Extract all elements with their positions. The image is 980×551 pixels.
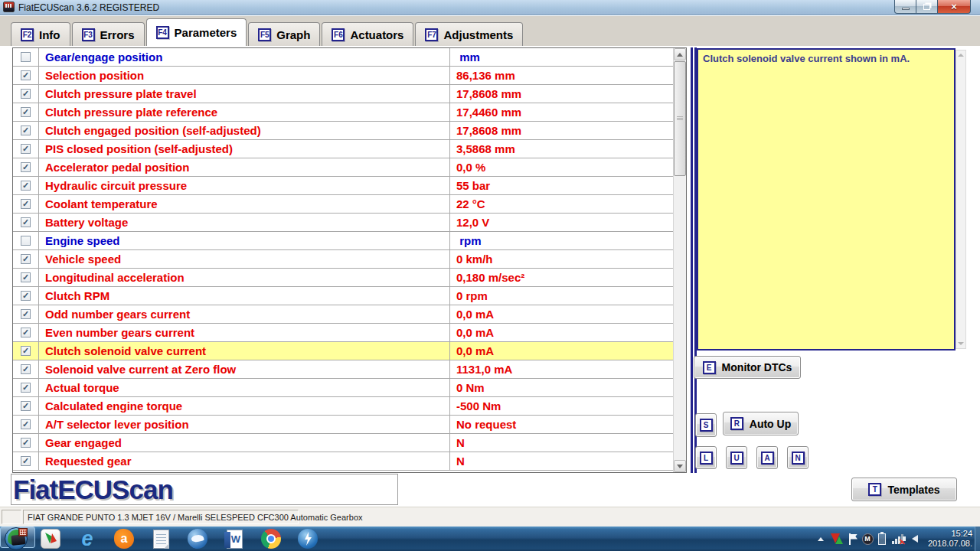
row-checkbox[interactable] <box>21 419 31 429</box>
gear-key-button[interactable]: A <box>756 446 778 469</box>
table-row[interactable]: Longitudinal acceleration 0,180 m/sec² <box>13 269 673 287</box>
table-row[interactable]: Clutch RPM 0 rpm <box>13 287 673 305</box>
table-row[interactable]: Actual torque 0 Nm <box>13 379 673 397</box>
table-row[interactable]: Clutch pressure plate reference 17,4460 … <box>13 103 673 122</box>
checkbox-cell <box>13 195 39 213</box>
row-checkbox[interactable] <box>21 162 31 172</box>
show-hidden-icons-button[interactable] <box>815 528 827 549</box>
parameter-value: 0,0 % <box>450 158 673 176</box>
table-row[interactable]: Battery voltage 12,0 V <box>13 214 673 232</box>
tab[interactable]: F3 Errors <box>72 22 145 46</box>
table-row[interactable]: PIS closed position (self-adjusted) 3,58… <box>13 140 673 158</box>
taskbar-item-thunderbird[interactable] <box>182 528 213 549</box>
table-rows: Gear/engage position mm Selection positi… <box>13 48 673 472</box>
tray-battery[interactable] <box>876 528 888 549</box>
tab[interactable]: F4 Parameters <box>146 18 247 46</box>
daemon-tools-icon <box>298 529 318 549</box>
row-checkbox[interactable] <box>21 199 31 209</box>
table-row[interactable]: Accelerator pedal position 0,0 % <box>13 158 673 177</box>
clock-time: 15:24 <box>919 529 972 539</box>
row-checkbox[interactable] <box>21 346 31 356</box>
maximize-restore-button[interactable] <box>916 0 937 14</box>
parameter-name: Actual torque <box>39 379 450 396</box>
row-checkbox[interactable] <box>21 456 31 466</box>
row-checkbox[interactable] <box>21 70 31 80</box>
function-key-badge: F2 <box>21 28 34 41</box>
auto-up-button[interactable]: R Auto Up <box>723 412 799 435</box>
scroll-up-icon[interactable] <box>674 48 686 60</box>
gear-key-button[interactable]: L <box>695 446 717 469</box>
taskbar-item-idm[interactable] <box>35 528 66 549</box>
parameter-value: 12,0 V <box>450 214 673 231</box>
internet-explorer-icon: e <box>81 529 93 549</box>
thunderbird-icon <box>188 529 207 549</box>
table-row[interactable]: Odd number gears current 0,0 mA <box>13 305 673 324</box>
table-row[interactable]: Requested gear N <box>13 452 673 471</box>
tab[interactable]: F5 Graph <box>248 22 320 46</box>
row-checkbox[interactable] <box>21 217 31 227</box>
row-checkbox[interactable] <box>21 107 31 117</box>
tray-action-center[interactable] <box>847 528 859 549</box>
s-button[interactable]: S <box>695 413 717 437</box>
word-icon: W <box>227 530 243 549</box>
row-checkbox[interactable] <box>21 236 31 246</box>
tray-m-app[interactable]: M <box>861 528 874 549</box>
info-scrollbar[interactable] <box>956 50 966 349</box>
row-checkbox[interactable] <box>21 254 31 264</box>
table-row[interactable]: Coolant temperature 22 °C <box>13 195 673 214</box>
tab[interactable]: F2 Info <box>11 22 70 46</box>
table-row[interactable]: Clutch engaged position (self-adjusted) … <box>13 122 673 140</box>
table-row[interactable]: Even number gears current 0,0 mA <box>13 324 673 342</box>
row-checkbox[interactable] <box>21 144 31 154</box>
row-checkbox[interactable] <box>21 291 31 301</box>
taskbar-item-internet-explorer[interactable]: e <box>72 528 103 549</box>
row-checkbox[interactable] <box>21 401 31 411</box>
row-checkbox[interactable] <box>21 328 31 337</box>
taskbar-item-avast[interactable]: a <box>109 528 139 549</box>
table-row[interactable]: Gear engaged N <box>13 434 673 452</box>
taskbar-item-notepad[interactable] <box>145 528 176 549</box>
templates-button[interactable]: T Templates <box>851 478 957 501</box>
row-checkbox[interactable] <box>21 309 31 319</box>
table-row[interactable]: Solenoid valve current at Zero flow 1131… <box>13 360 673 379</box>
minimize-button[interactable] <box>894 0 916 14</box>
tab-label: Actuators <box>350 28 403 41</box>
table-row[interactable]: Selection position 86,136 mm <box>13 67 673 85</box>
info-scroll-down-icon[interactable] <box>957 340 965 347</box>
taskbar-item-word[interactable]: W <box>219 528 250 549</box>
tab[interactable]: F6 Actuators <box>322 22 413 46</box>
info-scroll-up-icon[interactable] <box>957 51 965 59</box>
scroll-down-icon[interactable] <box>674 460 686 472</box>
monitor-dtcs-button[interactable]: E Monitor DTCs <box>694 356 801 379</box>
row-checkbox[interactable] <box>21 364 31 374</box>
table-scrollbar[interactable] <box>673 48 686 472</box>
table-row[interactable]: Calculated engine torque -500 Nm <box>13 397 673 416</box>
gear-key-button[interactable]: N <box>787 446 808 469</box>
tray-avg[interactable] <box>830 528 844 549</box>
table-row[interactable]: Clutch pressure plate travel 17,8608 mm <box>13 85 673 103</box>
table-row[interactable]: Vehicle speed 0 km/h <box>13 250 673 269</box>
checkbox-cell <box>13 158 39 176</box>
close-button[interactable]: × <box>937 0 971 14</box>
row-checkbox[interactable] <box>21 52 31 62</box>
tab[interactable]: F7 Adjustments <box>415 22 523 46</box>
client-area: Gear/engage position mm Selection positi… <box>0 46 980 507</box>
table-row[interactable]: Engine speed rpm <box>13 232 673 250</box>
row-checkbox[interactable] <box>21 126 31 135</box>
taskbar-clock[interactable]: 15:24 2018.07.08. <box>919 529 972 549</box>
table-row[interactable]: Gear/engage position mm <box>13 48 673 67</box>
table-row[interactable]: Clutch solenoid valve current 0,0 mA <box>13 342 673 360</box>
row-checkbox[interactable] <box>21 438 31 448</box>
row-checkbox[interactable] <box>21 89 31 99</box>
table-row[interactable]: Hydraulic circuit pressure 55 bar <box>13 177 673 195</box>
table-row[interactable]: A/T selector lever position No request <box>13 416 673 434</box>
taskbar: e a W M ✕ 15:24 2018.07.08. <box>0 527 980 551</box>
gear-key-button[interactable]: U <box>726 446 747 469</box>
taskbar-item-daemon-tools[interactable] <box>292 528 323 549</box>
row-checkbox[interactable] <box>21 181 31 191</box>
taskbar-item-chrome[interactable] <box>256 528 286 549</box>
row-checkbox[interactable] <box>21 383 31 393</box>
show-desktop-button[interactable] <box>975 527 980 551</box>
scrollbar-thumb[interactable] <box>674 61 686 176</box>
row-checkbox[interactable] <box>21 272 31 282</box>
